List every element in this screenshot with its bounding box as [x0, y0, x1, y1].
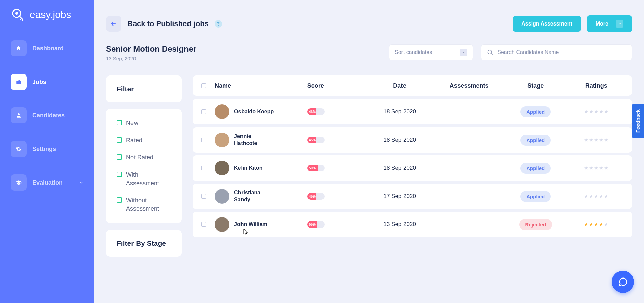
row-checkbox[interactable]: [201, 109, 206, 114]
star-icon: ★: [604, 109, 608, 115]
filter-with-assessment[interactable]: With Assessment: [117, 171, 171, 188]
score-value: 46%: [307, 108, 316, 115]
avatar: [215, 161, 229, 175]
table-row[interactable]: Kelin Kiton59%18 Sep 2020Applied★★★★★: [193, 155, 632, 181]
table-row[interactable]: Osbaldo Koepp46%18 Sep 2020Applied★★★★★: [193, 99, 632, 124]
sidebar: easy.jobs Dashboard Jobs Candidates Sett…: [0, 0, 94, 303]
filter-label: Rated: [126, 136, 142, 145]
select-all-checkbox[interactable]: [201, 83, 206, 88]
ratings-cell[interactable]: ★★★★★: [568, 165, 625, 171]
filter-label: Without Assessment: [126, 196, 171, 213]
table-row[interactable]: Christiana Sandy45%17 Sep 2020Applied★★★…: [193, 184, 632, 209]
ratings-cell[interactable]: ★★★★★: [568, 137, 625, 143]
main-content: Back to Published jobs ? Assign Assessme…: [94, 0, 644, 303]
filter-new[interactable]: New: [117, 119, 171, 128]
score-cell: 45%: [307, 193, 365, 200]
filter-by-stage-card: Filter By Stage: [106, 230, 182, 257]
logo-icon: [11, 7, 25, 22]
star-icon: ★: [584, 221, 588, 228]
sidebar-item-evaluation[interactable]: Evaluation: [7, 170, 87, 195]
star-icon: ★: [589, 109, 593, 115]
stage-cell: Rejected: [504, 219, 568, 230]
chat-bubble-button[interactable]: [612, 271, 634, 293]
stage-cell: Applied: [504, 163, 568, 174]
star-icon: ★: [594, 109, 598, 115]
stage-cell: Applied: [504, 106, 568, 117]
sort-dropdown[interactable]: Sort candidates: [389, 44, 473, 60]
feedback-button[interactable]: Feedback: [632, 104, 644, 138]
date-cell: 13 Sep 2020: [365, 221, 434, 228]
filter-not-rated[interactable]: Not Rated: [117, 153, 171, 162]
score-cell: 46%: [307, 108, 365, 115]
star-icon: ★: [594, 165, 598, 171]
sidebar-item-candidates[interactable]: Candidates: [7, 103, 87, 128]
candidates-table: Name Score Date Assessments Stage Rating…: [193, 75, 632, 240]
star-icon: ★: [594, 137, 598, 143]
stage-badge: Applied: [520, 106, 551, 117]
th-date: Date: [365, 82, 434, 89]
score-pill: 59%: [307, 165, 325, 171]
row-checkbox[interactable]: [201, 166, 206, 170]
svg-point-4: [22, 20, 23, 21]
briefcase-icon: [11, 74, 27, 90]
th-ratings: Ratings: [568, 82, 625, 89]
ratings-cell[interactable]: ★★★★★: [568, 221, 625, 228]
filter-label: With Assessment: [126, 171, 171, 188]
score-value: 59%: [307, 165, 318, 171]
stage-cell: Applied: [504, 135, 568, 146]
name-cell: Kelin Kiton: [215, 161, 307, 175]
ratings-cell[interactable]: ★★★★★: [568, 193, 625, 199]
filter-title: Filter: [117, 85, 171, 93]
sidebar-item-dashboard[interactable]: Dashboard: [7, 36, 87, 61]
name-cell: Osbaldo Koepp: [215, 104, 307, 119]
arrow-left-icon: [110, 20, 117, 27]
th-name: Name: [215, 82, 307, 89]
avatar: [215, 189, 229, 204]
score-value: 45%: [307, 137, 316, 143]
row-checkbox[interactable]: [201, 138, 206, 142]
sort-label: Sort candidates: [395, 49, 432, 55]
filter-without-assessment[interactable]: Without Assessment: [117, 196, 171, 213]
date-cell: 18 Sep 2020: [365, 165, 434, 171]
stage-badge: Applied: [520, 135, 551, 146]
search-input[interactable]: [497, 49, 626, 55]
user-icon: [11, 107, 27, 123]
logo[interactable]: easy.jobs: [7, 7, 87, 22]
sidebar-item-label: Settings: [32, 146, 56, 153]
assign-assessment-button[interactable]: Assign Assessment: [513, 16, 581, 32]
stage-badge: Applied: [520, 191, 551, 202]
stage-badge: Rejected: [519, 219, 552, 230]
back-button[interactable]: [106, 16, 121, 32]
star-icon: ★: [594, 193, 598, 199]
logo-text: easy.jobs: [30, 9, 71, 20]
sidebar-item-jobs[interactable]: Jobs: [7, 69, 87, 95]
sidebar-item-settings[interactable]: Settings: [7, 136, 87, 162]
candidate-name: John William: [234, 221, 267, 228]
table-row[interactable]: Jennie Hathcote45%18 Sep 2020Applied★★★★…: [193, 127, 632, 153]
star-icon: ★: [589, 165, 593, 171]
star-icon: ★: [589, 137, 593, 143]
checkbox-icon: [117, 137, 122, 143]
star-icon: ★: [584, 165, 588, 171]
filter-title-card: Filter: [106, 75, 182, 102]
candidate-name: Jennie Hathcote: [234, 133, 274, 147]
row-checkbox[interactable]: [201, 194, 206, 199]
more-button[interactable]: More: [587, 15, 632, 32]
home-icon: [11, 40, 27, 56]
help-icon[interactable]: ?: [215, 20, 222, 28]
search-box[interactable]: [481, 44, 632, 60]
sidebar-item-label: Candidates: [32, 112, 65, 119]
name-cell: John William: [215, 217, 307, 232]
filter-rated[interactable]: Rated: [117, 136, 171, 145]
table-row[interactable]: John William55%13 Sep 2020Rejected★★★★★: [193, 212, 632, 237]
avatar: [215, 133, 229, 147]
ratings-cell[interactable]: ★★★★★: [568, 109, 625, 115]
gear-icon: [11, 141, 27, 157]
date-cell: 18 Sep 2020: [365, 108, 434, 115]
star-icon: ★: [599, 221, 603, 228]
row-checkbox[interactable]: [201, 222, 206, 227]
score-cell: 59%: [307, 165, 365, 171]
checkbox-icon: [117, 154, 122, 160]
star-icon: ★: [594, 221, 598, 228]
star-icon: ★: [604, 137, 608, 143]
